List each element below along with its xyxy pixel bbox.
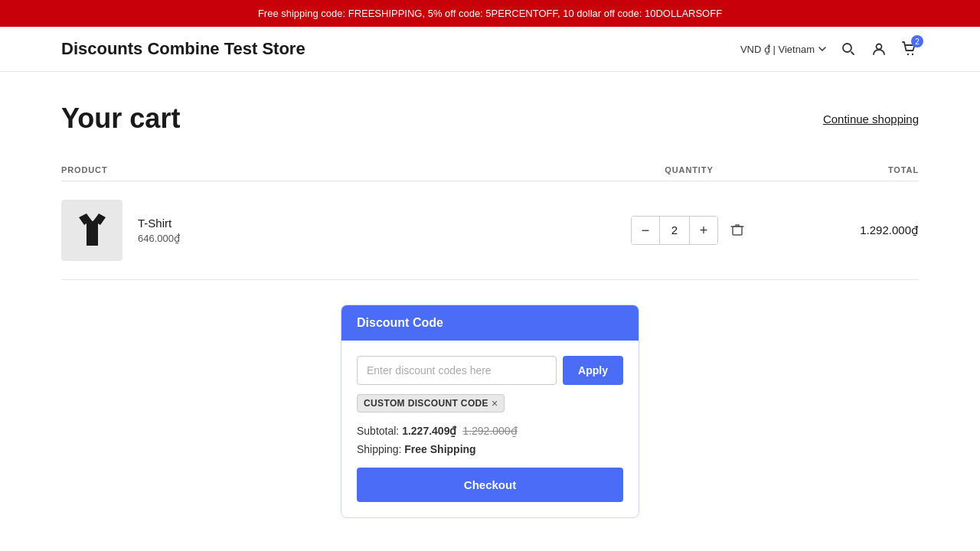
product-details: T-Shirt 646.000₫ xyxy=(138,217,180,244)
shipping-label: Shipping: xyxy=(357,443,401,455)
banner-text: Free shipping code: FREESHIPPING, 5% off… xyxy=(258,8,722,19)
shipping-row: Shipping: Free Shipping xyxy=(357,443,623,455)
locale-selector[interactable]: VND ₫ | Vietnam xyxy=(740,44,827,55)
discount-section: Discount Code Apply CUSTOM DISCOUNT CODE… xyxy=(61,305,919,518)
quantity-value: 2 xyxy=(659,217,690,244)
applied-code-tag: CUSTOM DISCOUNT CODE × xyxy=(357,394,505,412)
svg-point-1 xyxy=(877,44,882,50)
quantity-stepper: − 2 + xyxy=(631,216,718,245)
discount-section-title: Discount Code xyxy=(357,316,443,329)
remove-item-button[interactable] xyxy=(727,220,747,242)
quantity-column: − 2 + xyxy=(612,216,766,245)
subtotal-old-value: 1.292.000₫ xyxy=(462,425,517,437)
discount-box-header: Discount Code xyxy=(341,305,639,341)
svg-point-3 xyxy=(912,54,913,55)
product-price: 646.000₫ xyxy=(138,233,180,244)
shipping-value: Free Shipping xyxy=(404,443,475,455)
account-icon[interactable] xyxy=(870,40,888,58)
subtotal-row: Subtotal: 1.227.409₫ 1.292.000₫ xyxy=(357,425,623,437)
cart-item-info: T-Shirt 646.000₫ xyxy=(61,200,612,261)
discount-box: Discount Code Apply CUSTOM DISCOUNT CODE… xyxy=(341,305,639,518)
cart-table-header: PRODUCT QUANTITY TOTAL xyxy=(61,159,919,181)
remove-code-button[interactable]: × xyxy=(492,398,498,409)
product-image xyxy=(61,200,122,261)
tshirt-illustration xyxy=(71,210,113,252)
main-content: Your cart Continue shopping PRODUCT QUAN… xyxy=(0,72,980,551)
col-product-label: PRODUCT xyxy=(61,165,612,174)
apply-discount-button[interactable]: Apply xyxy=(563,356,623,385)
increase-quantity-button[interactable]: + xyxy=(690,217,717,244)
subtotal-new-value: 1.227.409₫ xyxy=(402,425,456,437)
site-header: Discounts Combine Test Store VND ₫ | Vie… xyxy=(0,27,980,72)
cart-title: Your cart xyxy=(61,103,180,135)
locale-text: VND ₫ | Vietnam xyxy=(740,44,815,55)
cart-header: Your cart Continue shopping xyxy=(61,103,919,135)
svg-point-0 xyxy=(843,44,851,52)
svg-point-2 xyxy=(907,54,909,55)
discount-input-row: Apply xyxy=(357,356,623,385)
discount-code-input[interactable] xyxy=(357,356,557,385)
applied-codes-list: CUSTOM DISCOUNT CODE × xyxy=(357,394,623,412)
cart-count-badge: 2 xyxy=(911,35,923,47)
header-actions: VND ₫ | Vietnam 2 xyxy=(740,40,919,58)
product-name: T-Shirt xyxy=(138,217,180,230)
search-icon[interactable] xyxy=(839,40,858,58)
col-quantity-label: QUANTITY xyxy=(612,165,766,174)
checkout-button[interactable]: Checkout xyxy=(357,468,623,502)
discount-box-body: Apply CUSTOM DISCOUNT CODE × Subtotal: 1… xyxy=(341,341,639,517)
continue-shopping-link[interactable]: Continue shopping xyxy=(823,112,919,126)
svg-rect-4 xyxy=(733,227,742,235)
trash-icon xyxy=(730,223,744,236)
promo-banner: Free shipping code: FREESHIPPING, 5% off… xyxy=(0,0,980,27)
subtotal-label: Subtotal: xyxy=(357,425,399,437)
decrease-quantity-button[interactable]: − xyxy=(632,217,659,244)
applied-code-text: CUSTOM DISCOUNT CODE xyxy=(364,398,488,409)
cart-item: T-Shirt 646.000₫ − 2 + 1.292.000₫ xyxy=(61,181,919,280)
store-logo[interactable]: Discounts Combine Test Store xyxy=(61,39,305,59)
col-total-label: TOTAL xyxy=(766,165,919,174)
chevron-down-icon xyxy=(818,44,827,54)
item-total: 1.292.000₫ xyxy=(766,223,919,237)
cart-icon[interactable]: 2 xyxy=(900,40,919,58)
